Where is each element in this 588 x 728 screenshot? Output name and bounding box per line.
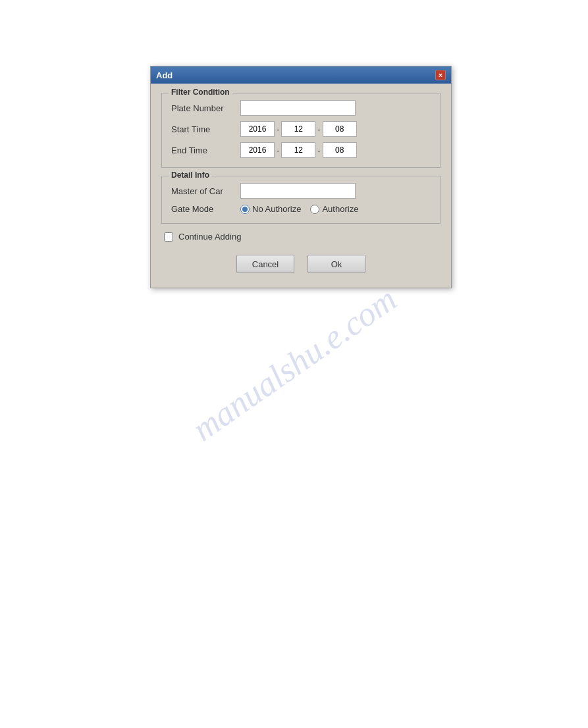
plate-number-row: Plate Number (171, 100, 431, 116)
start-time-input-group: - - (240, 121, 357, 137)
plate-number-input[interactable] (240, 100, 356, 116)
start-time-row: Start Time - - (171, 121, 431, 137)
continue-adding-label: Continue Adding (178, 232, 241, 242)
detail-info-legend: Detail Info (169, 170, 212, 180)
gate-mode-label: Gate Mode (171, 204, 240, 214)
filter-condition-group: Filter Condition Plate Number Start Time… (161, 93, 441, 168)
end-time-row: End Time - - (171, 142, 431, 158)
end-time-input-group: - - (240, 142, 357, 158)
master-of-car-input[interactable] (240, 183, 356, 199)
no-authorize-option[interactable]: No Authorize (240, 204, 301, 214)
filter-condition-legend: Filter Condition (169, 88, 232, 97)
authorize-label: Authorize (322, 204, 358, 214)
gate-mode-row: Gate Mode No Authorize Authorize (171, 204, 431, 214)
master-of-car-label: Master of Car (171, 186, 240, 196)
plate-number-label: Plate Number (171, 103, 240, 113)
dialog-titlebar: Add × (151, 66, 451, 84)
dialog-body: Filter Condition Plate Number Start Time… (151, 84, 451, 288)
start-time-year-input[interactable] (240, 121, 275, 137)
add-dialog: Add × Filter Condition Plate Number Star… (150, 66, 452, 288)
end-time-day-input[interactable] (323, 142, 357, 158)
gate-mode-radio-group: No Authorize Authorize (240, 204, 358, 214)
close-button[interactable]: × (435, 70, 446, 80)
start-time-month-input[interactable] (281, 121, 315, 137)
continue-adding-row: Continue Adding (161, 232, 441, 242)
cancel-button[interactable]: Cancel (236, 255, 294, 273)
master-of-car-row: Master of Car (171, 183, 431, 199)
close-icon: × (439, 71, 442, 79)
no-authorize-radio[interactable] (240, 205, 250, 214)
watermark: manualshu.e.com (185, 279, 404, 448)
end-time-year-input[interactable] (240, 142, 275, 158)
end-time-sep1: - (275, 145, 281, 155)
dialog-footer: Cancel Ok (161, 255, 441, 277)
start-time-sep1: - (275, 124, 281, 134)
authorize-radio[interactable] (310, 205, 319, 214)
detail-info-group: Detail Info Master of Car Gate Mode No A… (161, 176, 441, 224)
start-time-label: Start Time (171, 124, 240, 134)
no-authorize-label: No Authorize (252, 204, 301, 214)
authorize-option[interactable]: Authorize (310, 204, 358, 214)
ok-button[interactable]: Ok (307, 255, 365, 273)
continue-adding-checkbox[interactable] (164, 232, 173, 242)
start-time-day-input[interactable] (323, 121, 357, 137)
end-time-month-input[interactable] (281, 142, 315, 158)
end-time-sep2: - (315, 145, 322, 155)
end-time-label: End Time (171, 145, 240, 155)
start-time-sep2: - (315, 124, 322, 134)
dialog-title: Add (156, 70, 173, 80)
